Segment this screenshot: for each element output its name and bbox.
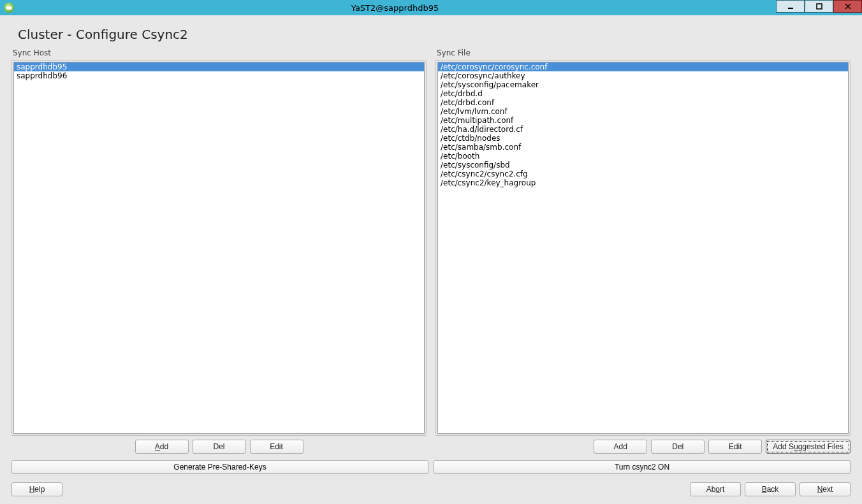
titlebar: YaST2@sapprdhdb95: [0, 0, 862, 15]
footer: Help Abort Back Next: [0, 476, 862, 504]
label: Turn csync2 ON: [615, 463, 669, 472]
sync-host-list[interactable]: sapprdhdb95sapprdhdb96: [13, 62, 425, 434]
list-item[interactable]: /etc/sysconfig/pacemaker: [438, 80, 848, 89]
abort-button[interactable]: Abort: [690, 482, 741, 496]
close-icon: [845, 3, 851, 10]
maximize-icon: [816, 3, 822, 10]
sync-host-buttons: Add Del Edit: [11, 436, 427, 454]
turn-csync2-on-button[interactable]: Turn csync2 ON: [434, 460, 851, 474]
label: Del: [672, 442, 683, 451]
label: ack: [767, 485, 779, 494]
panels: Sync Host sapprdhdb95sapprdhdb96 Add Del…: [0, 47, 862, 454]
list-item[interactable]: sapprdhdb96: [14, 71, 424, 80]
list-item[interactable]: /etc/ctdb/nodes: [438, 134, 848, 143]
sync-file-label: Sync File: [435, 47, 851, 60]
svg-rect-1: [817, 4, 822, 9]
sync-host-frame: sapprdhdb95sapprdhdb96: [11, 60, 427, 436]
list-item[interactable]: /etc/sysconfig/sbd: [438, 161, 848, 169]
label: elp: [34, 485, 45, 494]
back-button[interactable]: Back: [745, 482, 796, 496]
help-button[interactable]: Help: [11, 482, 62, 496]
list-item[interactable]: /etc/booth: [438, 152, 848, 161]
label: dd: [160, 442, 168, 451]
sync-host-del-button[interactable]: Del: [193, 440, 246, 454]
maximize-button[interactable]: [805, 0, 833, 13]
sync-file-list[interactable]: /etc/corosync/corosync.conf/etc/corosync…: [437, 62, 849, 434]
generate-keys-button[interactable]: Generate Pre-Shared-Keys: [11, 460, 428, 474]
page-title: Cluster - Configure Csync2: [0, 15, 862, 47]
list-item[interactable]: /etc/samba/smb.conf: [438, 143, 848, 152]
sync-host-panel: Sync Host sapprdhdb95sapprdhdb96 Add Del…: [11, 47, 427, 454]
list-item[interactable]: sapprdhdb95: [14, 62, 424, 71]
list-item[interactable]: /etc/csync2/csync2.cfg: [438, 169, 848, 178]
list-item[interactable]: /etc/drbd.d: [438, 89, 848, 98]
next-button[interactable]: Next: [800, 482, 851, 496]
sync-host-edit-button[interactable]: Edit: [250, 440, 303, 454]
minimize-button[interactable]: [776, 0, 805, 13]
app-icon: [4, 3, 14, 13]
label: ext: [822, 485, 833, 494]
list-item[interactable]: /etc/corosync/authkey: [438, 71, 848, 80]
sync-file-edit-button[interactable]: Edit: [708, 440, 762, 454]
close-button[interactable]: [833, 0, 862, 13]
window-controls: [776, 0, 862, 15]
list-item[interactable]: /etc/ha.d/ldirectord.cf: [438, 125, 848, 134]
list-item[interactable]: /etc/corosync/corosync.conf: [438, 62, 848, 71]
sync-host-label: Sync Host: [11, 47, 427, 60]
label: Edit: [729, 442, 742, 451]
list-item[interactable]: /etc/multipath.conf: [438, 116, 848, 125]
list-item[interactable]: /etc/csync2/key_hagroup: [438, 178, 848, 187]
list-item[interactable]: /etc/drbd.conf: [438, 98, 848, 107]
add-suggested-files-button[interactable]: Add Suggested Files: [766, 440, 851, 454]
minimize-icon: [787, 3, 794, 10]
content-area: Cluster - Configure Csync2 Sync Host sap…: [0, 15, 862, 504]
sync-file-frame: /etc/corosync/corosync.conf/etc/corosync…: [435, 60, 851, 436]
label: Add: [614, 442, 627, 451]
label: Edit: [270, 442, 283, 451]
wide-buttons: Generate Pre-Shared-Keys Turn csync2 ON: [0, 454, 862, 474]
label: enerate Pre-Shared-Keys: [180, 463, 267, 472]
sync-file-panel: Sync File /etc/corosync/corosync.conf/et…: [435, 47, 851, 454]
list-item[interactable]: /etc/lvm/lvm.conf: [438, 107, 848, 116]
sync-host-add-button[interactable]: Add: [135, 440, 189, 454]
sync-file-buttons: Add Del Edit Add Suggested Files: [435, 436, 851, 454]
window-title: YaST2@sapprdhdb95: [14, 3, 776, 13]
sync-file-del-button[interactable]: Del: [651, 440, 705, 454]
label: Del: [213, 442, 224, 451]
sync-file-add-button[interactable]: Add: [594, 440, 647, 454]
svg-rect-0: [788, 8, 793, 9]
